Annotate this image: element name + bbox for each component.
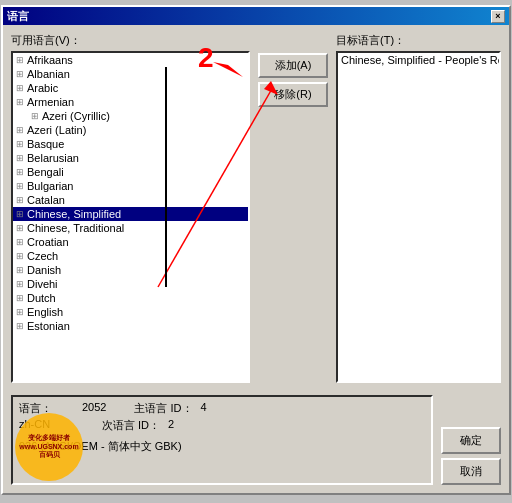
expand-icon: ⊞	[16, 265, 24, 275]
list-item[interactable]: ⊞Catalan	[13, 193, 248, 207]
dialog-window: 语言 × 可用语言(V)： ⊞Afrikaans⊞Albanian⊞Arabic…	[1, 5, 511, 495]
item-label: Azeri (Latin)	[27, 124, 86, 136]
item-label: Czech	[27, 250, 58, 262]
expand-icon: ⊞	[16, 279, 24, 289]
list-item[interactable]: ⊞English	[13, 305, 248, 319]
list-item[interactable]: ⊞Bulgarian	[13, 179, 248, 193]
close-button[interactable]: ×	[491, 10, 505, 23]
item-label: English	[27, 306, 63, 318]
lang-value: 2052	[82, 401, 106, 416]
list-item[interactable]: ⊞Danish	[13, 263, 248, 277]
list-item[interactable]: ⊞Chinese, Traditional	[13, 221, 248, 235]
info-row-locale: zh-CN 次语言 ID： 2	[19, 418, 425, 433]
item-label: Afrikaans	[27, 54, 73, 66]
item-label: Bengali	[27, 166, 64, 178]
list-item[interactable]: ⊞Dutch	[13, 291, 248, 305]
middle-buttons: 添加(A) 移除(R)	[258, 33, 328, 383]
target-item-label: Chinese, Simplified - People's Republic	[341, 54, 501, 66]
expand-icon: ⊞	[16, 69, 24, 79]
secondary-id-value: 2	[168, 418, 174, 433]
item-label: Azeri (Cyrillic)	[42, 110, 110, 122]
item-label: Albanian	[27, 68, 70, 80]
expand-icon: ⊞	[16, 55, 24, 65]
expand-icon: ⊞	[31, 111, 39, 121]
title-bar-controls: ×	[491, 10, 505, 23]
expand-icon: ⊞	[16, 223, 24, 233]
expand-icon: ⊞	[16, 153, 24, 163]
left-panel: 可用语言(V)： ⊞Afrikaans⊞Albanian⊞Arabic⊞Arme…	[11, 33, 250, 383]
item-label: Belarusian	[27, 152, 79, 164]
target-list-item[interactable]: Chinese, Simplified - People's Republic	[338, 53, 499, 67]
watermark: 变化多端好者 www.UGSNX.com 百码贝	[15, 413, 83, 481]
expand-icon: ⊞	[16, 195, 24, 205]
list-item[interactable]: ⊞Bengali	[13, 165, 248, 179]
window-body: 可用语言(V)： ⊞Afrikaans⊞Albanian⊞Arabic⊞Arme…	[3, 25, 509, 493]
dialog-buttons: 确定 取消	[441, 427, 501, 485]
list-item[interactable]: ⊞Azeri (Cyrillic)	[13, 109, 248, 123]
ok-button[interactable]: 确定	[441, 427, 501, 454]
remove-button[interactable]: 移除(R)	[258, 82, 328, 107]
list-item[interactable]: ⊞Chinese, Simplified	[13, 207, 248, 221]
list-item[interactable]: ⊞Belarusian	[13, 151, 248, 165]
item-label: Dutch	[27, 292, 56, 304]
target-languages-list[interactable]: Chinese, Simplified - People's Republic	[336, 51, 501, 383]
list-item[interactable]: ⊞Arabic	[13, 81, 248, 95]
expand-icon: ⊞	[16, 251, 24, 261]
list-item[interactable]: ⊞Czech	[13, 249, 248, 263]
expand-icon: ⊞	[16, 83, 24, 93]
main-content: 可用语言(V)： ⊞Afrikaans⊞Albanian⊞Arabic⊞Arme…	[11, 33, 501, 383]
watermark-line1: 变化多端好者	[28, 434, 70, 442]
watermark-line3: 百码贝	[39, 451, 60, 459]
item-label: Croatian	[27, 236, 69, 248]
cancel-button[interactable]: 取消	[441, 458, 501, 485]
watermark-line2: www.UGSNX.com	[19, 443, 78, 451]
info-row-lang: 语言： 2052 主语言 ID： 4	[19, 401, 425, 416]
primary-id-label: 主语言 ID：	[134, 401, 192, 416]
item-label: Armenian	[27, 96, 74, 108]
list-item[interactable]: ⊞Albanian	[13, 67, 248, 81]
expand-icon: ⊞	[16, 97, 24, 107]
right-panel: 目标语言(T)： Chinese, Simplified - People's …	[336, 33, 501, 383]
list-item[interactable]: ⊞Afrikaans	[13, 53, 248, 67]
item-label: Divehi	[27, 278, 58, 290]
window-title: 语言	[7, 9, 29, 24]
target-languages-label: 目标语言(T)：	[336, 33, 501, 48]
available-languages-list[interactable]: ⊞Afrikaans⊞Albanian⊞Arabic⊞Armenian⊞Azer…	[11, 51, 250, 383]
item-label: Basque	[27, 138, 64, 150]
expand-icon: ⊞	[16, 125, 24, 135]
list-item[interactable]: ⊞Basque	[13, 137, 248, 151]
expand-icon: ⊞	[16, 321, 24, 331]
title-bar: 语言 ×	[3, 7, 509, 25]
expand-icon: ⊞	[16, 293, 24, 303]
primary-id-value: 4	[201, 401, 207, 416]
list-item[interactable]: ⊞Armenian	[13, 95, 248, 109]
expand-icon: ⊞	[16, 237, 24, 247]
list-item[interactable]: ⊞Estonian	[13, 319, 248, 333]
expand-icon: ⊞	[16, 167, 24, 177]
info-panel: 语言： 2052 主语言 ID： 4 zh-CN 次语言 ID： 2 936 (…	[11, 395, 433, 485]
item-label: Danish	[27, 264, 61, 276]
available-languages-label: 可用语言(V)：	[11, 33, 250, 48]
item-label: Bulgarian	[27, 180, 73, 192]
expand-icon: ⊞	[16, 181, 24, 191]
secondary-id-label: 次语言 ID：	[102, 418, 160, 433]
add-button[interactable]: 添加(A)	[258, 53, 328, 78]
list-item[interactable]: ⊞Azeri (Latin)	[13, 123, 248, 137]
list-item[interactable]: ⊞Divehi	[13, 277, 248, 291]
bottom-area: 语言： 2052 主语言 ID： 4 zh-CN 次语言 ID： 2 936 (…	[11, 389, 501, 485]
list-item[interactable]: ⊞Croatian	[13, 235, 248, 249]
item-label: Estonian	[27, 320, 70, 332]
item-label: Chinese, Simplified	[27, 208, 121, 220]
title-bar-text: 语言	[7, 9, 29, 24]
expand-icon: ⊞	[16, 307, 24, 317]
item-label: Arabic	[27, 82, 58, 94]
item-label: Catalan	[27, 194, 65, 206]
item-label: Chinese, Traditional	[27, 222, 124, 234]
expand-icon: ⊞	[16, 139, 24, 149]
expand-icon: ⊞	[16, 209, 24, 219]
